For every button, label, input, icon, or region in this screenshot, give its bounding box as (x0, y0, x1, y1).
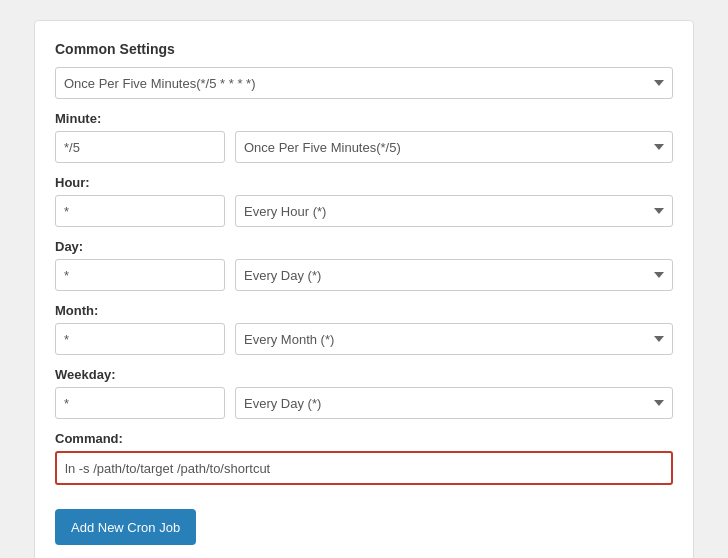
month-select[interactable]: Every Month (*) (235, 323, 673, 355)
day-input[interactable] (55, 259, 225, 291)
section-title: Common Settings (55, 41, 673, 57)
minute-group: Minute: Once Per Five Minutes(*/5) (55, 111, 673, 163)
month-row: Every Month (*) (55, 323, 673, 355)
hour-row: Every Hour (*) (55, 195, 673, 227)
common-settings-select[interactable]: Once Per Five Minutes(*/5 * * * *) (55, 67, 673, 99)
minute-select[interactable]: Once Per Five Minutes(*/5) (235, 131, 673, 163)
day-label: Day: (55, 239, 673, 254)
month-group: Month: Every Month (*) (55, 303, 673, 355)
hour-label: Hour: (55, 175, 673, 190)
weekday-group: Weekday: Every Day (*) (55, 367, 673, 419)
day-row: Every Day (*) (55, 259, 673, 291)
day-select[interactable]: Every Day (*) (235, 259, 673, 291)
command-input[interactable] (55, 451, 673, 485)
hour-group: Hour: Every Hour (*) (55, 175, 673, 227)
day-group: Day: Every Day (*) (55, 239, 673, 291)
minute-row: Once Per Five Minutes(*/5) (55, 131, 673, 163)
month-input[interactable] (55, 323, 225, 355)
common-settings-group: Once Per Five Minutes(*/5 * * * *) (55, 67, 673, 99)
cron-settings-card: Common Settings Once Per Five Minutes(*/… (34, 20, 694, 558)
hour-input[interactable] (55, 195, 225, 227)
weekday-input[interactable] (55, 387, 225, 419)
minute-label: Minute: (55, 111, 673, 126)
weekday-row: Every Day (*) (55, 387, 673, 419)
weekday-select[interactable]: Every Day (*) (235, 387, 673, 419)
hour-select[interactable]: Every Hour (*) (235, 195, 673, 227)
month-label: Month: (55, 303, 673, 318)
add-cron-job-button[interactable]: Add New Cron Job (55, 509, 196, 545)
command-label: Command: (55, 431, 673, 446)
weekday-label: Weekday: (55, 367, 673, 382)
minute-input[interactable] (55, 131, 225, 163)
command-group: Command: (55, 431, 673, 485)
